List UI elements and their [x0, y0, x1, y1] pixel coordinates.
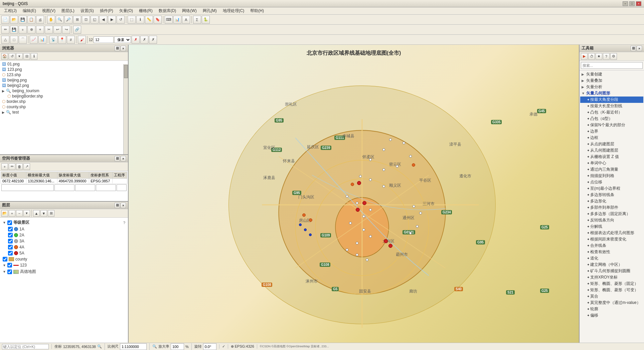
tools-item-convexhull-a[interactable]: ✦ 凸包（α型） — [580, 116, 643, 122]
paint-btn[interactable]: 🖌 — [78, 36, 86, 44]
tools-item-points-layer[interactable]: ✦ 从点的建图层 — [580, 141, 643, 147]
python-console-btn[interactable]: 🐍 — [202, 16, 210, 24]
spatial-bookmarks-btn[interactable]: 🔖 — [154, 16, 162, 24]
layers-remove-btn[interactable]: − — [16, 210, 23, 217]
tools-item-lengthdivide[interactable]: ✦ 按最大长度分割线 — [580, 103, 643, 109]
tools-item-snap[interactable]: ✦ 拙描捉到到格 — [580, 173, 643, 179]
layer-3a-checkbox[interactable] — [8, 239, 13, 243]
open-field-calc-btn[interactable]: ⌨ — [165, 16, 173, 24]
browser-settings-btn[interactable]: ⊞ — [115, 46, 120, 51]
tools-item-expr-geom[interactable]: ✦ 根据表达式处理几何图形 — [580, 230, 643, 236]
menu-edit[interactable]: 编辑(E) — [20, 7, 39, 14]
layer-5a[interactable]: 5A — [1, 250, 127, 256]
move-feature-btn[interactable]: ⊕ — [27, 26, 35, 34]
layer-group-scenic[interactable]: ▼ 等级景区 ? — [1, 219, 127, 226]
layers-settings-btn[interactable]: ⊞ — [115, 203, 120, 208]
file-item-beijingborder[interactable]: ⬡ beijingBorder.shp — [1, 94, 127, 99]
layer-1a[interactable]: 1A — [1, 226, 127, 232]
file-item-beijing-tourism[interactable]: ▶ 🔍 beijing_tourism — [1, 88, 127, 94]
tools-vector-geometry-group[interactable]: ▼ 矢量几何图形 — [580, 90, 643, 97]
bookmark-xmin-input[interactable] — [1, 184, 54, 191]
tools-vector-create[interactable]: ▶ 矢量创建 — [580, 71, 643, 77]
new-project-btn[interactable]: 📄 — [1, 16, 9, 24]
layer-county[interactable]: county — [1, 256, 127, 262]
layer-2a[interactable]: 2A — [1, 232, 127, 238]
print-layout-btn[interactable]: 🖨 — [36, 16, 44, 24]
edit-btn[interactable]: ✏ — [1, 26, 9, 34]
layer-4a-checkbox[interactable] — [8, 245, 13, 249]
tools-item-geom-layer[interactable]: ✦ 从几何图建图层 — [580, 147, 643, 154]
bookmark-project-input[interactable] — [117, 184, 127, 191]
layers-down-btn[interactable]: ▼ — [40, 210, 47, 217]
browser-info-btn[interactable]: ℹ — [31, 53, 37, 60]
tools-item-snapcircle[interactable]: ✦ 矿斗几何形捕捉到圆圈 — [580, 268, 643, 274]
scale-input[interactable] — [120, 343, 147, 350]
node-tool-btn[interactable]: ⌖ — [36, 26, 44, 34]
menu-project[interactable]: 工程(J) — [1, 7, 19, 14]
delete-bookmark-btn[interactable]: 🗑 — [16, 163, 23, 170]
label-btn[interactable]: A — [182, 16, 190, 24]
file-item-123png[interactable]: 🖼 123.png — [1, 67, 127, 72]
file-item-border[interactable]: ⬡ border.shp — [1, 99, 127, 104]
snapping-btn[interactable]: 🔗 — [73, 26, 81, 34]
layers-close-btn[interactable]: × — [121, 203, 126, 208]
minimize-button[interactable]: − — [623, 1, 628, 6]
map-area[interactable]: 北京市行政区域界线基础地理底图(全市) G95 G239 G112 G335 G… — [129, 45, 579, 343]
label-pin-btn[interactable]: ✗ — [140, 36, 148, 44]
tools-item-centroid[interactable]: ✦ 单词中心 — [580, 160, 643, 166]
layer-123-checkbox[interactable] — [7, 263, 12, 268]
tools-item-pointdisplace[interactable]: ✦ 点位移 — [580, 179, 643, 185]
tools-item-densify[interactable]: ✦ 根据间距来密度变化 — [580, 236, 643, 242]
advanced-digitize-btn[interactable]: △ — [1, 36, 9, 44]
tools-run-btn[interactable]: ▶ — [581, 53, 588, 60]
edit-bookmark-btn[interactable]: ✏ — [9, 163, 15, 170]
tools-item-angledivide[interactable]: ✦ 按最大角度分段 — [580, 97, 643, 103]
layer-gaode[interactable]: ▼ 高德地图 — [1, 268, 127, 275]
menu-help[interactable]: 帮助(H) — [248, 7, 267, 14]
tools-item-keepn[interactable]: ✦ 保留N个最大的部分 — [580, 122, 643, 128]
menu-layer[interactable]: 图层(L) — [59, 7, 77, 14]
tools-item-outline[interactable]: ✦ 轮廓 — [580, 306, 643, 312]
label-value-input[interactable] — [94, 36, 114, 43]
zoom-next-btn[interactable]: ▶ — [108, 16, 116, 24]
refresh-btn[interactable]: ↺ — [117, 16, 125, 24]
layer-5a-checkbox[interactable] — [8, 251, 13, 255]
add-bookmark-btn[interactable]: + — [1, 163, 8, 170]
bookmarks-close-btn[interactable]: × — [121, 156, 126, 161]
tools-vector-analysis[interactable]: ▶ 矢量分析 — [580, 84, 643, 90]
rotation-input[interactable] — [203, 343, 216, 350]
tools-help-btn[interactable]: ? — [603, 53, 610, 60]
menu-geoprocessing[interactable]: 地理处理(C) — [220, 7, 247, 14]
maximize-button[interactable]: □ — [629, 1, 635, 6]
browser-home-btn[interactable]: 🏠 — [1, 53, 8, 60]
tools-settings2-btn[interactable]: ⚙ — [610, 53, 617, 60]
tools-item-mergelines[interactable]: ✦ 合并线条 — [580, 242, 643, 249]
redo-btn[interactable]: ↪ — [62, 26, 70, 34]
browser-collapse-btn[interactable]: ⊟ — [23, 53, 30, 60]
layers-open-btn[interactable]: 📂 — [1, 210, 8, 217]
close-button[interactable]: × — [636, 1, 641, 6]
gps2-btn[interactable]: 📍 — [58, 36, 66, 44]
layer-gaode-checkbox[interactable] — [7, 270, 12, 274]
hash-btn[interactable]: # — [67, 36, 75, 44]
open-table-btn[interactable]: 📊 — [173, 16, 181, 24]
tools-item-offset[interactable]: ✦ 偏移 — [580, 312, 643, 319]
file-item-county[interactable]: ⬡ county.shp — [1, 104, 127, 110]
gps-btn[interactable]: 📡 — [49, 36, 57, 44]
chart-btn[interactable]: 📈 — [30, 36, 38, 44]
tools-item-rect-var[interactable]: ✦ 矩形、椭圆、菱形（可变） — [580, 287, 643, 293]
shape-tools-btn[interactable]: □ — [10, 36, 18, 44]
chart2-btn[interactable]: 📊 — [38, 36, 46, 44]
tools-close-btn[interactable]: × — [637, 46, 642, 51]
tools-item-bbox[interactable]: ✦ 边框 — [580, 135, 643, 141]
bookmark-xmax-input[interactable] — [54, 184, 74, 191]
bookmarks-settings-btn[interactable]: ⊞ — [115, 156, 120, 161]
label-type-select[interactable]: 像素 — [114, 36, 131, 43]
tools-item-reverseline[interactable]: ✦ 反转线条方向 — [580, 217, 643, 223]
bookmark-crs-input[interactable] — [96, 184, 116, 191]
layer-3a[interactable]: 3A — [1, 238, 127, 244]
layers-filter-btn[interactable]: ▾ — [23, 210, 30, 217]
layer-2a-checkbox[interactable] — [8, 233, 13, 237]
tools-vector-add[interactable]: ▶ 矢量叠加 — [580, 77, 643, 84]
zoom-full-btn[interactable]: ⊞ — [73, 16, 81, 24]
